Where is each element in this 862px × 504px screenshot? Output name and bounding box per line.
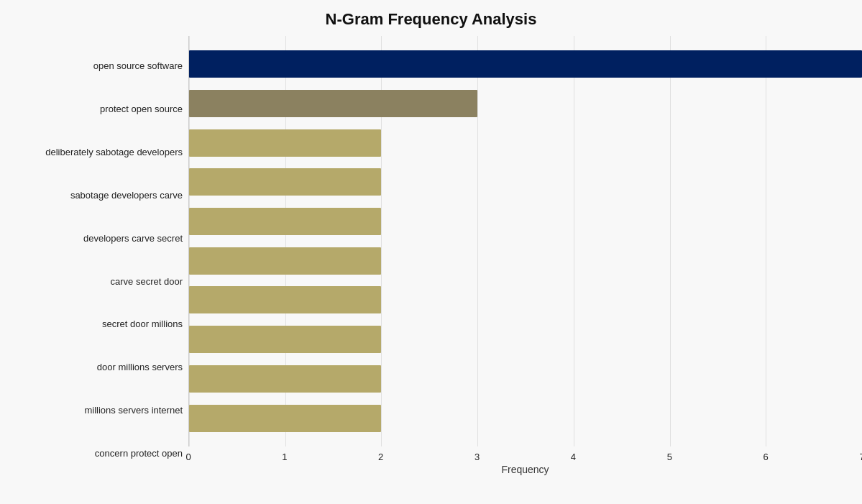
x-tick: 1 (282, 452, 287, 462)
bar-row (189, 206, 862, 237)
grid-and-bars (188, 36, 862, 446)
x-tick: 6 (764, 452, 769, 462)
bar-row (189, 285, 862, 315)
bar-row (189, 403, 862, 434)
x-tick: 4 (571, 452, 576, 462)
bar (189, 326, 381, 353)
bar (189, 129, 381, 157)
chart-area: open source softwareprotect open sourced… (0, 36, 862, 504)
bar-row (189, 246, 862, 276)
x-tick: 3 (474, 452, 480, 462)
bars-container (189, 36, 862, 446)
y-label: open source software (93, 45, 183, 86)
chart-title: N-Gram Frequency Analysis (326, 10, 537, 29)
bar-row (189, 88, 862, 119)
x-tick: 5 (667, 452, 672, 462)
bar (189, 168, 381, 196)
bar-row (189, 128, 862, 158)
y-label: developers carve secret (83, 218, 183, 259)
bar-row (189, 364, 862, 394)
y-label: millions servers internet (84, 390, 183, 431)
x-tick: 2 (378, 452, 383, 462)
bar (189, 208, 381, 235)
plot-area: 01234567Frequency (188, 36, 862, 504)
bar-row (189, 49, 862, 79)
bar (189, 405, 381, 432)
bar (189, 247, 381, 275)
bar (189, 50, 862, 78)
y-label: secret door millions (102, 304, 183, 345)
y-label: concern protect open (95, 433, 183, 474)
bar-row (189, 167, 862, 197)
y-label: sabotage developers carve (70, 175, 183, 216)
bar (189, 286, 381, 313)
y-label: deliberately sabotage developers (45, 132, 183, 173)
bar-row (189, 324, 862, 354)
x-axis-label: Frequency (501, 464, 549, 475)
y-label: protect open source (100, 88, 183, 129)
y-label: door millions servers (97, 347, 183, 388)
chart-container: N-Gram Frequency Analysis open source so… (0, 0, 862, 504)
y-labels: open source softwareprotect open sourced… (0, 36, 188, 504)
x-tick: 7 (859, 452, 862, 462)
y-label: carve secret door (111, 261, 183, 302)
x-axis: 01234567Frequency (188, 446, 862, 475)
x-tick: 0 (185, 452, 191, 462)
bar (189, 365, 381, 393)
bar (189, 90, 477, 117)
